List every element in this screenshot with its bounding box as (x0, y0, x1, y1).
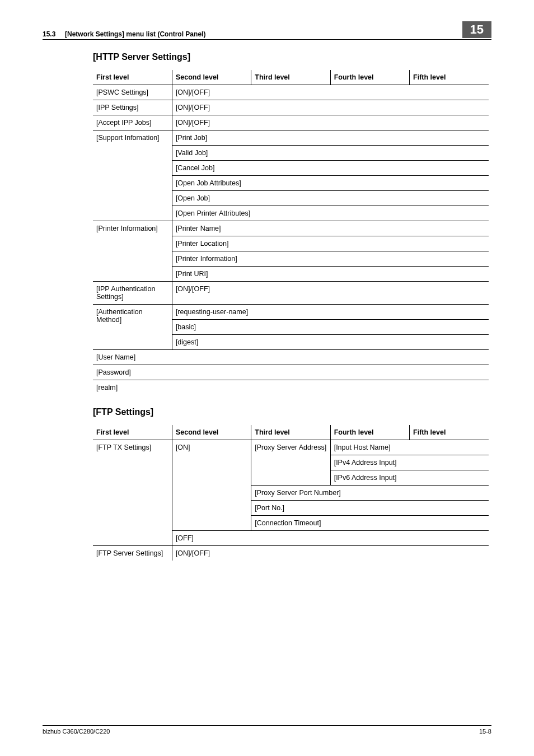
cell: [digest] (172, 335, 489, 350)
cell: [ON] (172, 440, 251, 531)
table-row: [User Name] (93, 350, 489, 365)
ftp-heading: [FTP Settings] (93, 407, 489, 417)
cell: [Proxy Server Port Number] (251, 486, 489, 501)
col-first: First level (93, 70, 172, 85)
cell: [Accept IPP Jobs] (93, 115, 172, 130)
cell: [ON]/[OFF] (172, 546, 489, 561)
cell: [requesting-user-name] (172, 305, 489, 320)
cell: [Open Job Attributes] (172, 176, 489, 191)
cell: [Print URI] (172, 267, 489, 282)
cell: [Printer Information] (172, 251, 489, 267)
ftp-table: First level Second level Third level Fou… (93, 425, 489, 561)
col-fourth: Fourth level (330, 70, 409, 85)
col-second: Second level (172, 70, 251, 85)
cell: [Printer Location] (172, 236, 489, 251)
header-section: 15.3 [Network Settings] menu list (Contr… (43, 30, 457, 38)
table-row: [FTP Server Settings] [ON]/[OFF] (93, 546, 489, 561)
cell: [Connection Timeout] (251, 516, 489, 531)
col-fourth: Fourth level (330, 425, 409, 440)
cell: [Print Job] (172, 130, 489, 146)
col-fifth: Fifth level (410, 425, 489, 440)
col-first: First level (93, 425, 172, 440)
cell: [Open Printer Attributes] (172, 206, 489, 221)
cell: [basic] (172, 320, 489, 335)
cell: [ON]/[OFF] (172, 282, 489, 305)
col-third: Third level (251, 425, 330, 440)
cell: [FTP Server Settings] (93, 546, 172, 561)
cell: [Printer Name] (172, 221, 489, 236)
cell: [Support Infomation] (93, 130, 172, 221)
cell: [IPv4 Address Input] (330, 455, 489, 470)
cell: [Input Host Name] (330, 440, 489, 455)
col-second: Second level (172, 425, 251, 440)
table-row: [FTP TX Settings] [ON] [Proxy Server Add… (93, 440, 489, 455)
table-row: [Accept IPP Jobs] [ON]/[OFF] (93, 115, 489, 130)
cell: [IPP Authentication Settings] (93, 282, 172, 305)
footer-left: bizhub C360/C280/C220 (43, 728, 110, 735)
cell: [ON]/[OFF] (172, 85, 489, 100)
table-header-row: First level Second level Third level Fou… (93, 70, 489, 85)
cell: [OFF] (172, 531, 489, 546)
col-third: Third level (251, 70, 330, 85)
table-row: [Printer Information] [Printer Name] (93, 221, 489, 236)
footer-right: 15-8 (479, 728, 491, 735)
section-number: 15.3 (43, 30, 55, 38)
cell: [realm] (93, 380, 489, 395)
cell: [Cancel Job] (172, 161, 489, 176)
cell: [ON]/[OFF] (172, 115, 489, 130)
table-row: [IPP Settings] [ON]/[OFF] (93, 100, 489, 115)
chapter-badge: 15 (462, 21, 491, 38)
cell: [Authentication Method] (93, 305, 172, 350)
cell: [PSWC Settings] (93, 85, 172, 100)
table-row: [Password] (93, 365, 489, 380)
cell: [Printer Information] (93, 221, 172, 282)
page-footer: bizhub C360/C280/C220 15-8 (43, 725, 491, 735)
cell: [IPv6 Address Input] (330, 470, 489, 486)
cell: [Open Job] (172, 191, 489, 206)
section-title: [Network Settings] menu list (Control Pa… (65, 30, 205, 38)
cell: [ON]/[OFF] (172, 100, 489, 115)
cell: [Valid Job] (172, 146, 489, 161)
table-row: [realm] (93, 380, 489, 395)
http-table: First level Second level Third level Fou… (93, 70, 489, 395)
col-fifth: Fifth level (410, 70, 489, 85)
table-header-row: First level Second level Third level Fou… (93, 425, 489, 440)
page-header: 15.3 [Network Settings] menu list (Contr… (43, 21, 491, 40)
table-row: [PSWC Settings] [ON]/[OFF] (93, 85, 489, 100)
cell: [IPP Settings] (93, 100, 172, 115)
cell: [FTP TX Settings] (93, 440, 172, 546)
table-row: [IPP Authentication Settings] [ON]/[OFF] (93, 282, 489, 305)
cell: [Proxy Server Address] (251, 440, 330, 486)
cell: [Port No.] (251, 501, 489, 516)
cell: [Password] (93, 365, 489, 380)
cell: [User Name] (93, 350, 489, 365)
http-heading: [HTTP Server Settings] (93, 52, 489, 62)
table-row: [Support Infomation] [Print Job] (93, 130, 489, 146)
table-row: [Authentication Method] [requesting-user… (93, 305, 489, 320)
